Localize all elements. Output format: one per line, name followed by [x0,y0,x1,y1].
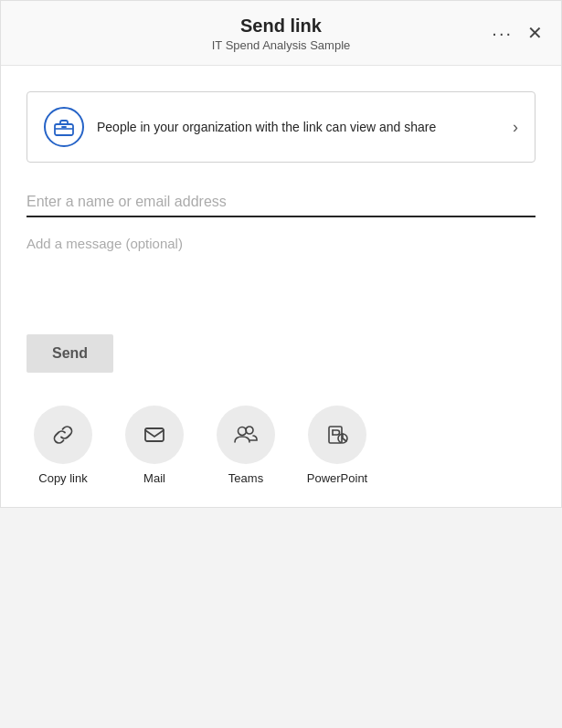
link-permission-box[interactable]: People in your organization with the lin… [27,91,535,163]
send-button[interactable]: Send [27,334,113,373]
more-options-button[interactable]: ··· [486,17,518,49]
email-input[interactable] [27,188,535,217]
mail-icon [142,422,167,448]
dialog-title: Send link [212,16,351,37]
share-option-mail[interactable]: Mail [118,406,191,485]
close-button[interactable]: ✕ [522,16,548,49]
close-icon: ✕ [527,22,543,44]
dialog-header: Send link IT Spend Analysis Sample ··· ✕ [1,1,561,66]
powerpoint-icon-circle [308,406,366,464]
mail-icon-circle [125,406,184,464]
powerpoint-label: PowerPoint [307,471,367,485]
copy-link-icon-circle [34,406,92,464]
briefcase-icon-wrapper [44,107,84,147]
share-option-teams[interactable]: Teams [209,406,282,485]
svg-rect-3 [145,428,164,441]
send-link-dialog: Send link IT Spend Analysis Sample ··· ✕ [0,0,562,508]
briefcase-icon [54,118,74,136]
share-option-powerpoint[interactable]: PowerPoint [301,406,374,485]
permission-text: People in your organization with the lin… [97,118,504,136]
copy-link-label: Copy link [38,471,87,485]
ellipsis-icon: ··· [492,23,513,44]
svg-point-5 [239,427,247,436]
header-text: Send link IT Spend Analysis Sample [212,16,351,52]
teams-icon-circle [217,406,275,464]
dialog-body: People in your organization with the lin… [1,66,561,507]
copy-link-icon [50,422,76,448]
share-option-copy-link[interactable]: Copy link [27,406,100,485]
chevron-right-icon: › [513,118,518,137]
dialog-subtitle: IT Spend Analysis Sample [212,38,351,52]
header-actions: ··· ✕ [486,16,548,49]
teams-icon [232,422,260,448]
email-input-wrapper [27,188,535,217]
svg-rect-0 [55,124,73,135]
powerpoint-icon [323,422,351,448]
mail-label: Mail [143,471,165,485]
message-textarea[interactable] [27,236,535,309]
teams-label: Teams [228,471,263,485]
share-options: Copy link Mail [27,406,535,485]
